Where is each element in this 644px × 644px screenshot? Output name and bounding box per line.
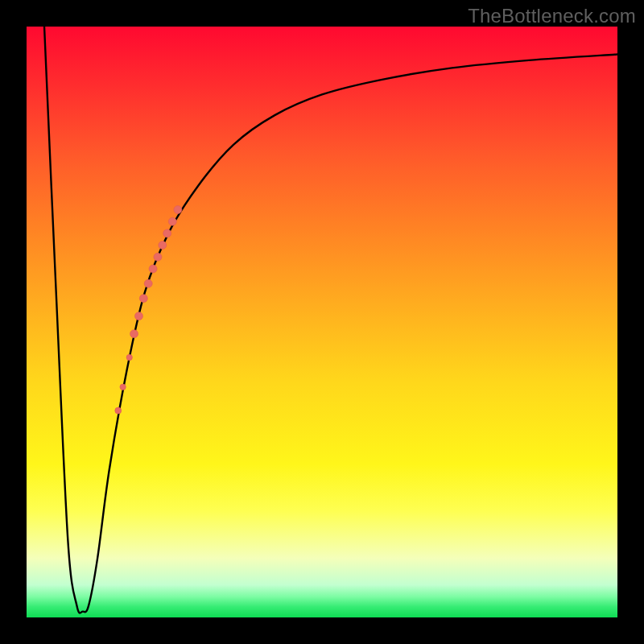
data-point (130, 330, 138, 338)
bottleneck-curve (44, 27, 617, 613)
data-point (120, 384, 126, 390)
data-point (115, 407, 122, 414)
chart-frame: TheBottleneck.com (0, 0, 644, 644)
data-point (144, 279, 152, 287)
data-point (149, 265, 157, 273)
data-point (159, 242, 167, 250)
curve-layer (27, 27, 617, 617)
data-point (139, 295, 147, 303)
data-point (163, 229, 171, 237)
data-point (168, 217, 176, 225)
data-point (126, 354, 132, 360)
watermark-text: TheBottleneck.com (468, 5, 636, 27)
plot-area (27, 27, 617, 617)
data-point (134, 312, 142, 320)
data-point (174, 206, 182, 214)
data-point (154, 253, 162, 261)
